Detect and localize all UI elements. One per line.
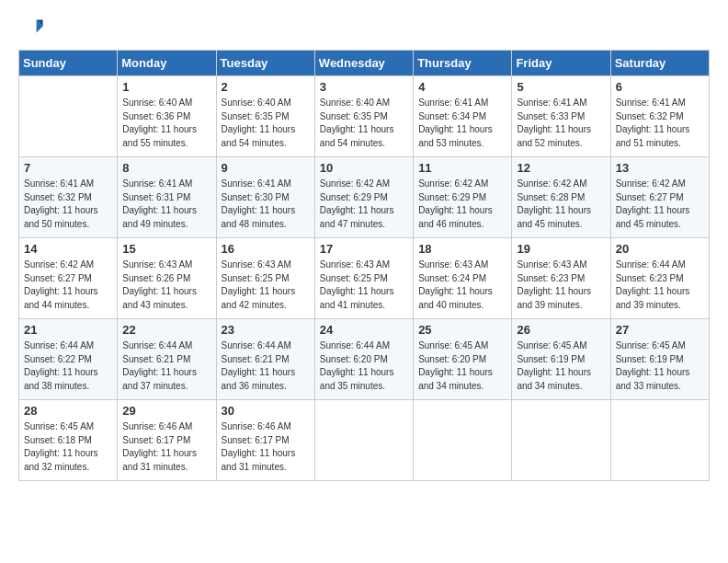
day-number: 1 xyxy=(122,80,210,94)
calendar-cell: 15Sunrise: 6:43 AM Sunset: 6:26 PM Dayli… xyxy=(118,238,216,319)
day-number: 28 xyxy=(24,404,112,418)
day-info: Sunrise: 6:41 AM Sunset: 6:34 PM Dayligh… xyxy=(418,97,506,150)
day-number: 10 xyxy=(320,161,408,175)
day-number: 25 xyxy=(418,323,506,337)
calendar-cell: 27Sunrise: 6:45 AM Sunset: 6:19 PM Dayli… xyxy=(610,319,709,400)
day-number: 17 xyxy=(320,242,408,256)
day-number: 9 xyxy=(222,161,310,175)
calendar-cell: 4Sunrise: 6:41 AM Sunset: 6:34 PM Daylig… xyxy=(414,76,512,157)
day-info: Sunrise: 6:45 AM Sunset: 6:19 PM Dayligh… xyxy=(616,339,704,393)
day-number: 12 xyxy=(517,161,605,175)
day-info: Sunrise: 6:46 AM Sunset: 6:17 PM Dayligh… xyxy=(222,420,310,474)
day-number: 14 xyxy=(24,242,112,256)
weekday-header-saturday: Saturday xyxy=(610,51,709,76)
day-info: Sunrise: 6:44 AM Sunset: 6:23 PM Dayligh… xyxy=(616,259,704,312)
day-number: 21 xyxy=(24,323,112,337)
calendar-cell: 30Sunrise: 6:46 AM Sunset: 6:17 PM Dayli… xyxy=(216,400,314,481)
day-info: Sunrise: 6:40 AM Sunset: 6:36 PM Dayligh… xyxy=(122,97,210,150)
day-info: Sunrise: 6:44 AM Sunset: 6:20 PM Dayligh… xyxy=(320,339,408,393)
day-number: 23 xyxy=(222,323,310,337)
calendar-cell: 29Sunrise: 6:46 AM Sunset: 6:17 PM Dayli… xyxy=(118,400,216,481)
day-info: Sunrise: 6:42 AM Sunset: 6:27 PM Dayligh… xyxy=(24,259,112,312)
calendar-cell: 7Sunrise: 6:41 AM Sunset: 6:32 PM Daylig… xyxy=(19,157,118,238)
week-row-1: 1Sunrise: 6:40 AM Sunset: 6:36 PM Daylig… xyxy=(19,76,710,157)
calendar-cell: 26Sunrise: 6:45 AM Sunset: 6:19 PM Dayli… xyxy=(512,319,610,400)
calendar-cell: 19Sunrise: 6:43 AM Sunset: 6:23 PM Dayli… xyxy=(512,238,610,319)
day-number: 15 xyxy=(122,242,210,256)
day-info: Sunrise: 6:44 AM Sunset: 6:22 PM Dayligh… xyxy=(24,339,112,393)
day-number: 30 xyxy=(222,404,310,418)
weekday-header-wednesday: Wednesday xyxy=(314,51,413,76)
weekday-header-friday: Friday xyxy=(512,51,610,76)
weekday-header-thursday: Thursday xyxy=(414,51,512,76)
day-info: Sunrise: 6:43 AM Sunset: 6:24 PM Dayligh… xyxy=(418,259,506,312)
calendar-cell: 13Sunrise: 6:42 AM Sunset: 6:27 PM Dayli… xyxy=(610,157,709,238)
calendar-cell xyxy=(414,400,512,481)
calendar-cell: 8Sunrise: 6:41 AM Sunset: 6:31 PM Daylig… xyxy=(118,157,216,238)
calendar-cell: 16Sunrise: 6:43 AM Sunset: 6:25 PM Dayli… xyxy=(216,238,314,319)
week-row-4: 21Sunrise: 6:44 AM Sunset: 6:22 PM Dayli… xyxy=(19,319,710,400)
calendar-cell: 10Sunrise: 6:42 AM Sunset: 6:29 PM Dayli… xyxy=(314,157,413,238)
day-number: 27 xyxy=(616,323,704,337)
calendar-cell: 23Sunrise: 6:44 AM Sunset: 6:21 PM Dayli… xyxy=(216,319,314,400)
week-row-3: 14Sunrise: 6:42 AM Sunset: 6:27 PM Dayli… xyxy=(19,238,710,319)
calendar-cell xyxy=(610,400,709,481)
day-info: Sunrise: 6:45 AM Sunset: 6:18 PM Dayligh… xyxy=(24,420,112,474)
calendar-cell: 9Sunrise: 6:41 AM Sunset: 6:30 PM Daylig… xyxy=(216,157,314,238)
calendar-cell: 22Sunrise: 6:44 AM Sunset: 6:21 PM Dayli… xyxy=(118,319,216,400)
weekday-header-sunday: Sunday xyxy=(19,51,118,76)
page-header xyxy=(18,15,710,40)
day-number: 7 xyxy=(24,161,112,175)
calendar-cell: 24Sunrise: 6:44 AM Sunset: 6:20 PM Dayli… xyxy=(314,319,413,400)
calendar-cell xyxy=(19,76,118,157)
calendar-cell: 21Sunrise: 6:44 AM Sunset: 6:22 PM Dayli… xyxy=(19,319,118,400)
calendar-cell: 25Sunrise: 6:45 AM Sunset: 6:20 PM Dayli… xyxy=(414,319,512,400)
day-number: 24 xyxy=(320,323,408,337)
day-number: 6 xyxy=(616,80,704,94)
day-number: 22 xyxy=(122,323,210,337)
day-number: 5 xyxy=(517,80,605,94)
logo xyxy=(18,15,48,40)
calendar-cell: 6Sunrise: 6:41 AM Sunset: 6:32 PM Daylig… xyxy=(610,76,709,157)
day-info: Sunrise: 6:43 AM Sunset: 6:23 PM Dayligh… xyxy=(517,259,605,312)
day-number: 29 xyxy=(122,404,210,418)
weekday-header-row: SundayMondayTuesdayWednesdayThursdayFrid… xyxy=(19,51,710,76)
day-info: Sunrise: 6:43 AM Sunset: 6:25 PM Dayligh… xyxy=(222,259,310,312)
day-number: 4 xyxy=(418,80,506,94)
calendar-cell: 20Sunrise: 6:44 AM Sunset: 6:23 PM Dayli… xyxy=(610,238,709,319)
day-info: Sunrise: 6:41 AM Sunset: 6:32 PM Dayligh… xyxy=(616,97,704,150)
calendar-cell: 1Sunrise: 6:40 AM Sunset: 6:36 PM Daylig… xyxy=(118,76,216,157)
calendar-cell xyxy=(512,400,610,481)
day-info: Sunrise: 6:44 AM Sunset: 6:21 PM Dayligh… xyxy=(222,339,310,393)
calendar-cell: 18Sunrise: 6:43 AM Sunset: 6:24 PM Dayli… xyxy=(414,238,512,319)
day-number: 3 xyxy=(320,80,408,94)
day-info: Sunrise: 6:46 AM Sunset: 6:17 PM Dayligh… xyxy=(122,420,210,474)
calendar-cell: 28Sunrise: 6:45 AM Sunset: 6:18 PM Dayli… xyxy=(19,400,118,481)
week-row-5: 28Sunrise: 6:45 AM Sunset: 6:18 PM Dayli… xyxy=(19,400,710,481)
day-info: Sunrise: 6:44 AM Sunset: 6:21 PM Dayligh… xyxy=(122,339,210,393)
day-number: 18 xyxy=(418,242,506,256)
week-row-2: 7Sunrise: 6:41 AM Sunset: 6:32 PM Daylig… xyxy=(19,157,710,238)
calendar-cell: 12Sunrise: 6:42 AM Sunset: 6:28 PM Dayli… xyxy=(512,157,610,238)
calendar-cell: 17Sunrise: 6:43 AM Sunset: 6:25 PM Dayli… xyxy=(314,238,413,319)
day-info: Sunrise: 6:41 AM Sunset: 6:32 PM Dayligh… xyxy=(24,178,112,231)
calendar-cell: 5Sunrise: 6:41 AM Sunset: 6:33 PM Daylig… xyxy=(512,76,610,157)
day-info: Sunrise: 6:43 AM Sunset: 6:26 PM Dayligh… xyxy=(122,259,210,312)
day-info: Sunrise: 6:41 AM Sunset: 6:31 PM Dayligh… xyxy=(122,178,210,231)
day-number: 2 xyxy=(222,80,310,94)
day-info: Sunrise: 6:45 AM Sunset: 6:20 PM Dayligh… xyxy=(418,339,506,393)
day-number: 26 xyxy=(517,323,605,337)
calendar-cell xyxy=(314,400,413,481)
calendar-cell: 3Sunrise: 6:40 AM Sunset: 6:35 PM Daylig… xyxy=(314,76,413,157)
day-info: Sunrise: 6:42 AM Sunset: 6:29 PM Dayligh… xyxy=(418,178,506,231)
weekday-header-tuesday: Tuesday xyxy=(216,51,314,76)
day-info: Sunrise: 6:40 AM Sunset: 6:35 PM Dayligh… xyxy=(320,97,408,150)
day-number: 13 xyxy=(616,161,704,175)
day-number: 20 xyxy=(616,242,704,256)
calendar-table: SundayMondayTuesdayWednesdayThursdayFrid… xyxy=(18,50,710,481)
day-info: Sunrise: 6:42 AM Sunset: 6:27 PM Dayligh… xyxy=(616,178,704,231)
calendar-cell: 2Sunrise: 6:40 AM Sunset: 6:35 PM Daylig… xyxy=(216,76,314,157)
logo-icon xyxy=(18,15,44,40)
day-info: Sunrise: 6:41 AM Sunset: 6:33 PM Dayligh… xyxy=(517,97,605,150)
calendar-cell: 14Sunrise: 6:42 AM Sunset: 6:27 PM Dayli… xyxy=(19,238,118,319)
